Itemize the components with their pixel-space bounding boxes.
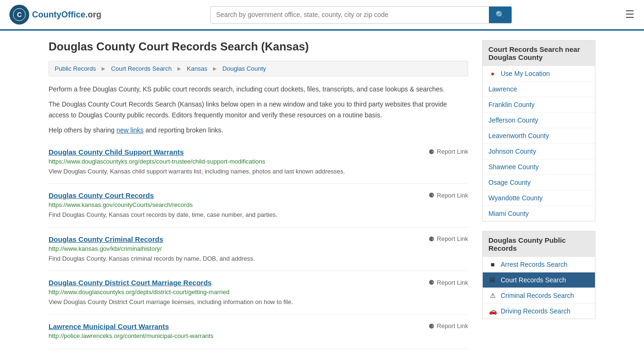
report-link[interactable]: ⚈ Report Link xyxy=(429,279,468,286)
nearby-location-link[interactable]: Osage County xyxy=(488,179,531,186)
report-icon: ⚈ xyxy=(429,235,435,243)
report-icon: ⚈ xyxy=(429,279,435,286)
report-link[interactable]: ⚈ Report Link xyxy=(429,235,468,243)
nearby-section-title: Court Records Search near Douglas County xyxy=(483,41,595,66)
records-list: Douglas County Child Support Warrants ⚈ … xyxy=(49,140,468,349)
breadcrumb-public-records[interactable]: Public Records xyxy=(55,65,96,72)
sidebar-nearby-item[interactable]: Osage County xyxy=(483,175,595,190)
report-icon: ⚈ xyxy=(429,148,435,156)
main-content: Douglas County Court Records Search (Kan… xyxy=(49,40,468,349)
nearby-location-link[interactable]: Shawnee County xyxy=(488,163,539,171)
record-title[interactable]: Douglas County Court Records xyxy=(49,191,154,199)
breadcrumb-court-records-search[interactable]: Court Records Search xyxy=(111,65,172,72)
nearby-location-link[interactable]: Franklin County xyxy=(488,101,535,108)
page-title: Douglas County Court Records Search (Kan… xyxy=(49,40,468,53)
sidebar-nearby-item[interactable]: Wyandotte County xyxy=(483,190,595,206)
use-my-location[interactable]: ● Use My Location xyxy=(483,66,595,82)
record-description: Find Douglas County, Kansas court record… xyxy=(49,210,468,220)
record-title[interactable]: Douglas County Child Support Warrants xyxy=(49,148,184,156)
use-my-location-link[interactable]: Use My Location xyxy=(501,70,550,77)
nearby-section: Court Records Search near Douglas County… xyxy=(482,40,595,222)
report-link[interactable]: ⚈ Report Link xyxy=(429,322,468,330)
site-logo[interactable]: C CountyOffice.org xyxy=(9,5,101,25)
search-icon: 🔍 xyxy=(495,11,505,19)
public-record-item[interactable]: ■ Arrest Records Search xyxy=(483,257,595,272)
record-url: https://www.kansas.gov/countyCourts/sear… xyxy=(49,201,468,208)
record-url: http://www.kansas.gov/kbi/criminalhistor… xyxy=(49,245,468,252)
record-url: http://www.douglascountyks.org/depts/dis… xyxy=(49,288,468,296)
record-url: http://police.lawrenceks.org/content/mun… xyxy=(49,332,468,339)
public-record-item[interactable]: 🚗 Driving Records Search xyxy=(483,304,595,319)
record-item: Douglas County Criminal Records ⚈ Report… xyxy=(49,228,468,272)
nearby-location-link[interactable]: Miami County xyxy=(488,210,529,217)
main-container: Douglas County Court Records Search (Kan… xyxy=(39,31,605,359)
description-3: Help others by sharing new links and rep… xyxy=(49,125,468,135)
report-link[interactable]: ⚈ Report Link xyxy=(429,191,468,199)
record-description: View Douglas County District Court marri… xyxy=(49,297,468,307)
public-record-icon: 🏛 xyxy=(488,276,497,284)
search-bar: 🔍 xyxy=(210,6,512,24)
sidebar: Court Records Search near Douglas County… xyxy=(482,40,595,349)
public-records-list: ■ Arrest Records Search 🏛 Court Records … xyxy=(483,257,595,319)
public-record-link[interactable]: Driving Records Search xyxy=(501,307,570,315)
sidebar-nearby-item[interactable]: Franklin County xyxy=(483,97,595,113)
public-records-section-title: Douglas County Public Records xyxy=(483,231,595,257)
sidebar-nearby-item[interactable]: Jefferson County xyxy=(483,113,595,128)
search-input[interactable] xyxy=(211,7,489,22)
svg-text:C: C xyxy=(17,11,22,18)
record-item: Douglas County Court Records ⚈ Report Li… xyxy=(49,184,468,228)
record-item-header: Douglas County Court Records ⚈ Report Li… xyxy=(49,191,468,199)
record-title[interactable]: Lawrence Municipal Court Warrants xyxy=(49,322,169,330)
nearby-location-link[interactable]: Wyandotte County xyxy=(488,194,543,202)
public-record-link[interactable]: Arrest Records Search xyxy=(501,261,568,268)
public-record-item[interactable]: 🏛 Court Records Search xyxy=(483,272,595,288)
record-item-header: Douglas County Child Support Warrants ⚈ … xyxy=(49,148,468,156)
sidebar-nearby-item[interactable]: Miami County xyxy=(483,206,595,221)
menu-icon[interactable]: ☰ xyxy=(625,8,635,21)
logo-text: CountyOffice.org xyxy=(32,10,101,20)
record-item-header: Lawrence Municipal Court Warrants ⚈ Repo… xyxy=(49,322,468,330)
record-item: Douglas County Child Support Warrants ⚈ … xyxy=(49,140,468,184)
report-link[interactable]: ⚈ Report Link xyxy=(429,148,468,156)
nearby-location-link[interactable]: Leavenworth County xyxy=(488,132,549,140)
location-icon: ● xyxy=(488,70,497,77)
record-title[interactable]: Douglas County Criminal Records xyxy=(49,235,163,243)
record-description: View Douglas County, Kansas child suppor… xyxy=(49,167,468,176)
public-record-icon: ■ xyxy=(488,261,497,268)
description-1: Perform a free Douglas County, KS public… xyxy=(49,84,468,94)
report-icon: ⚈ xyxy=(429,191,435,199)
sidebar-nearby-item[interactable]: Lawrence xyxy=(483,82,595,97)
public-record-link[interactable]: Court Records Search xyxy=(501,276,566,284)
nearby-location-link[interactable]: Johnson County xyxy=(488,148,536,155)
record-item-header: Douglas County District Court Marriage R… xyxy=(49,279,468,287)
sidebar-nearby-item[interactable]: Leavenworth County xyxy=(483,128,595,144)
nearby-location-link[interactable]: Jefferson County xyxy=(488,116,538,124)
sidebar-nearby-item[interactable]: Johnson County xyxy=(483,144,595,159)
report-icon: ⚈ xyxy=(429,322,435,330)
site-header: C CountyOffice.org 🔍 ☰ xyxy=(0,0,644,31)
breadcrumb: Public Records ► Court Records Search ► … xyxy=(49,61,468,76)
public-record-icon: 🚗 xyxy=(488,307,497,315)
public-record-link[interactable]: Criminal Records Search xyxy=(501,292,574,299)
record-description: Find Douglas County, Kansas criminal rec… xyxy=(49,254,468,263)
public-record-item[interactable]: ⚠ Criminal Records Search xyxy=(483,288,595,304)
logo-icon: C xyxy=(9,5,29,25)
sidebar-nearby-item[interactable]: Shawnee County xyxy=(483,159,595,175)
record-item-header: Douglas County Criminal Records ⚈ Report… xyxy=(49,235,468,243)
nearby-location-link[interactable]: Lawrence xyxy=(488,85,517,93)
public-record-icon: ⚠ xyxy=(488,292,497,299)
search-button[interactable]: 🔍 xyxy=(489,7,512,23)
breadcrumb-douglas-county[interactable]: Douglas County xyxy=(223,65,266,72)
record-url: https://www.douglascountyks.org/depts/co… xyxy=(49,158,468,165)
record-title[interactable]: Douglas County District Court Marriage R… xyxy=(49,279,212,287)
description-2: The Douglas County Court Records Search … xyxy=(49,99,468,120)
record-item: Lawrence Municipal Court Warrants ⚈ Repo… xyxy=(49,315,468,349)
new-links-link[interactable]: new links xyxy=(116,126,144,134)
breadcrumb-kansas[interactable]: Kansas xyxy=(187,65,207,72)
nearby-locations-list: LawrenceFranklin CountyJefferson CountyL… xyxy=(483,82,595,221)
public-records-section: Douglas County Public Records ■ Arrest R… xyxy=(482,231,595,319)
record-item: Douglas County District Court Marriage R… xyxy=(49,271,468,315)
